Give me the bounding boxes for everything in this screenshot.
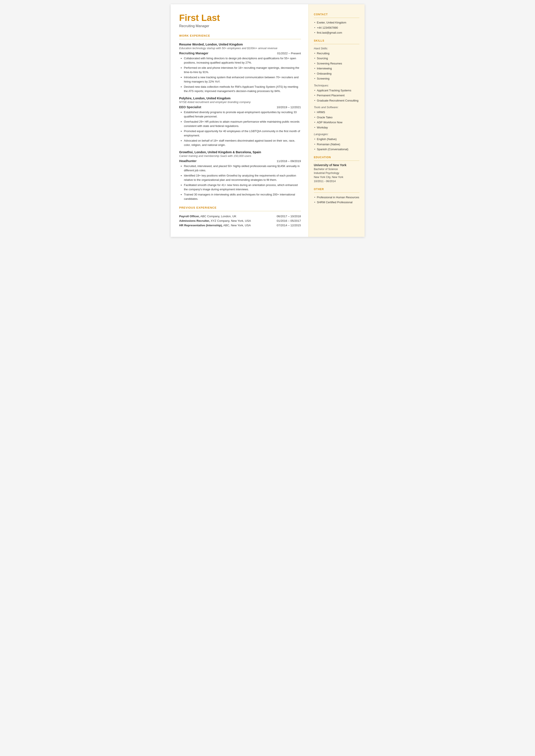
prev-job-1-info: Payroll Officer, ABC Company, London, UK bbox=[179, 215, 236, 218]
tool-item: Workday bbox=[314, 126, 359, 130]
bullet-item: Collaborated with hiring directors to de… bbox=[184, 56, 301, 65]
languages-list: English (Native) Romanian (Native) Spani… bbox=[314, 137, 359, 152]
resume-container: First Last Recruiting Manager WORK EXPER… bbox=[171, 4, 365, 237]
skills-section: SKILLS Hard Skills: Recruiting Sourcing … bbox=[314, 39, 359, 152]
prev-job-3-bold: HR Representative (Internship), bbox=[179, 224, 223, 227]
skill-item: Screening bbox=[314, 76, 359, 81]
techniques-list: Applicant Tracking Systems Permanent Pla… bbox=[314, 88, 359, 103]
skill-item: Screening Resumes bbox=[314, 61, 359, 66]
contact-email: first.last@gmail.com bbox=[314, 31, 359, 35]
company-2-rest: London, United Kingdom bbox=[192, 97, 231, 100]
company-1-desc: Education technology startup with 50+ em… bbox=[179, 46, 301, 50]
tools-list: HRMS Oracle Taleo ADP Workforce Now Work… bbox=[314, 110, 359, 129]
hard-skills-list: Recruiting Sourcing Screening Resumes In… bbox=[314, 51, 359, 81]
previous-experience-heading: PREVIOUS EXPERIENCE bbox=[179, 206, 301, 209]
tool-item: HRMS bbox=[314, 110, 359, 114]
job-2-dates: 10/2019 – 12/2021 bbox=[277, 106, 301, 109]
company-3-desc: Career training and membership SaaS with… bbox=[179, 154, 301, 157]
bullet-item: Introduced a new tracking system that en… bbox=[184, 75, 301, 84]
skill-item: Recruiting bbox=[314, 51, 359, 56]
technique-item: Graduate Recruitment Consulting bbox=[314, 98, 359, 103]
job-3-row: Headhunter 11/2018 – 09/2019 bbox=[179, 159, 301, 163]
previous-experience-divider bbox=[179, 211, 301, 211]
techniques-label: Techniques: bbox=[314, 84, 359, 87]
tools-label: Tools and Software: bbox=[314, 106, 359, 109]
job-1-row: Recruiting Manager 01/2022 – Present bbox=[179, 51, 301, 55]
company-1-rest: London, United Kingdom bbox=[205, 43, 243, 46]
other-list: Professional in Human Resources SHRM Cer… bbox=[314, 195, 359, 205]
candidate-name: First Last bbox=[179, 13, 301, 23]
education-divider bbox=[314, 160, 359, 161]
prev-job-2-rest: XYZ Company, New York, USA bbox=[210, 219, 251, 222]
languages-label: Languages: bbox=[314, 132, 359, 136]
job-2-role: EEO Specialist bbox=[179, 105, 201, 109]
contact-list: Exeter, United Kingdom +44 1234567890 fi… bbox=[314, 20, 359, 35]
edu-location: New York City, New York bbox=[314, 175, 359, 179]
other-item: SHRM Certified Professional bbox=[314, 200, 359, 205]
hard-skills-label: Hard Skills: bbox=[314, 47, 359, 50]
prev-job-3-rest: ABC, New York, USA bbox=[223, 224, 251, 227]
prev-job-2-info: Admissions Recruiter, XYZ Company, New Y… bbox=[179, 219, 251, 222]
prev-job-1-rest: ABC Company, London, UK bbox=[200, 215, 236, 218]
prev-job-2-dates: 01/2016 – 05/2017 bbox=[277, 219, 301, 222]
technique-item: Permanent Placement bbox=[314, 93, 359, 98]
education-heading: EDUCATION bbox=[314, 156, 359, 159]
job-3-role: Headhunter bbox=[179, 159, 197, 163]
other-section: OTHER Professional in Human Resources SH… bbox=[314, 188, 359, 205]
company-3-rest: London, United Kingdom & Barcelona, Spai… bbox=[193, 151, 261, 154]
prev-job-3-row: HR Representative (Internship), ABC, New… bbox=[179, 224, 301, 227]
skills-divider bbox=[314, 44, 359, 44]
company-3-bold: Growthsi, bbox=[179, 151, 194, 154]
job-2-bullets: Established diversity programs to promot… bbox=[179, 110, 301, 147]
contact-phone: +44 1234567890 bbox=[314, 26, 359, 30]
company-3-name: Growthsi, London, United Kingdom & Barce… bbox=[179, 151, 301, 154]
company-1-name: Resume Worded, London, United Kingdom bbox=[179, 43, 301, 46]
company-2-name: Polyhire, London, United Kingdom bbox=[179, 97, 301, 100]
bullet-item: Identified 19+ key positions within Grow… bbox=[184, 174, 301, 182]
other-item: Professional in Human Resources bbox=[314, 195, 359, 200]
job-2-row: EEO Specialist 10/2019 – 12/2021 bbox=[179, 105, 301, 109]
bullet-item: Advocated on behalf of 19+ staff members… bbox=[184, 139, 301, 147]
bullet-item: Devised new data collection methods for … bbox=[184, 85, 301, 93]
left-column: First Last Recruiting Manager WORK EXPER… bbox=[171, 4, 309, 237]
edu-institution: University of New York bbox=[314, 163, 359, 167]
other-divider bbox=[314, 192, 359, 193]
tool-item: Oracle Taleo bbox=[314, 115, 359, 120]
bullet-item: Performed on-site and phone interviews f… bbox=[184, 66, 301, 74]
edu-field: Industrial Psychology bbox=[314, 171, 359, 175]
language-item: English (Native) bbox=[314, 137, 359, 141]
contact-heading: CONTACT bbox=[314, 13, 359, 16]
prev-job-3-info: HR Representative (Internship), ABC, New… bbox=[179, 224, 251, 227]
job-1-bullets: Collaborated with hiring directors to de… bbox=[179, 56, 301, 93]
bullet-item: Overhauled 29+ HR policies to attain max… bbox=[184, 120, 301, 128]
job-1-role: Recruiting Manager bbox=[179, 51, 208, 55]
right-column: CONTACT Exeter, United Kingdom +44 12345… bbox=[309, 4, 365, 237]
language-item: Spanish (Conversational) bbox=[314, 147, 359, 152]
company-2-desc: NYSE-listed recruitment and employer bra… bbox=[179, 100, 301, 104]
job-1-dates: 01/2022 – Present bbox=[277, 52, 301, 55]
prev-job-2-bold: Admissions Recruiter, bbox=[179, 219, 210, 222]
bullet-item: Facilitated smooth change for 41+ new hi… bbox=[184, 183, 301, 191]
job-3-dates: 11/2018 – 09/2019 bbox=[277, 159, 301, 163]
skill-item: Sourcing bbox=[314, 56, 359, 61]
prev-job-2-row: Admissions Recruiter, XYZ Company, New Y… bbox=[179, 219, 301, 222]
bullet-item: Established diversity programs to promot… bbox=[184, 110, 301, 119]
skills-heading: SKILLS bbox=[314, 39, 359, 42]
bullet-item: Recruited, interviewed, and placed 50+ h… bbox=[184, 164, 301, 172]
language-item: Romanian (Native) bbox=[314, 142, 359, 147]
candidate-title: Recruiting Manager bbox=[179, 24, 301, 28]
prev-job-1-dates: 06/2017 – 10/2018 bbox=[277, 215, 301, 218]
edu-dates: 10/2011 - 06/2014 bbox=[314, 179, 359, 183]
prev-job-3-dates: 07/2014 – 12/2015 bbox=[277, 224, 301, 227]
contact-location: Exeter, United Kingdom bbox=[314, 20, 359, 25]
company-1-bold: Resume Worded, bbox=[179, 43, 205, 46]
tool-item: ADP Workforce Now bbox=[314, 120, 359, 125]
job-3-bullets: Recruited, interviewed, and placed 50+ h… bbox=[179, 164, 301, 201]
technique-item: Applicant Tracking Systems bbox=[314, 88, 359, 93]
work-experience-heading: WORK EXPERIENCE bbox=[179, 34, 301, 37]
prev-job-1-bold: Payroll Officer, bbox=[179, 215, 200, 218]
skill-item: Onboarding bbox=[314, 71, 359, 76]
bullet-item: Promoted equal opportunity for 40 employ… bbox=[184, 129, 301, 137]
other-heading: OTHER bbox=[314, 188, 359, 191]
edu-degree: Bachelor of Science bbox=[314, 167, 359, 171]
